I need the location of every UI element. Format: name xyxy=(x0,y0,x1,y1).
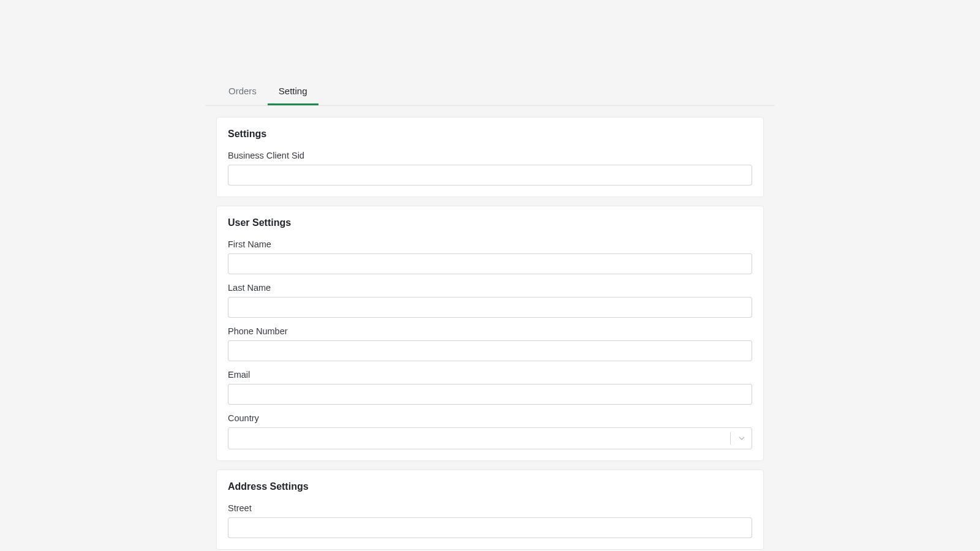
first-name-label: First Name xyxy=(228,239,752,249)
business-client-sid-input[interactable] xyxy=(228,165,752,186)
chevron-down-icon xyxy=(732,433,752,443)
street-label: Street xyxy=(228,503,752,513)
business-client-sid-label: Business Client Sid xyxy=(228,151,752,160)
tab-setting[interactable]: Setting xyxy=(268,80,318,105)
phone-number-label: Phone Number xyxy=(228,326,752,336)
settings-card: Settings Business Client Sid xyxy=(216,117,764,197)
email-label: Email xyxy=(228,370,752,380)
user-settings-card: User Settings First Name Last Name Phone… xyxy=(216,206,764,461)
address-settings-title: Address Settings xyxy=(228,481,752,492)
last-name-input[interactable] xyxy=(228,297,752,318)
street-input[interactable] xyxy=(228,517,752,538)
tabs-bar: Orders Setting xyxy=(205,80,775,106)
last-name-group: Last Name xyxy=(228,283,752,318)
business-client-sid-group: Business Client Sid xyxy=(228,151,752,186)
email-input[interactable] xyxy=(228,384,752,405)
country-group: Country xyxy=(228,413,752,449)
country-select-value xyxy=(228,432,730,444)
email-group: Email xyxy=(228,370,752,405)
phone-number-input[interactable] xyxy=(228,340,752,361)
address-settings-card: Address Settings Street xyxy=(216,470,764,550)
last-name-label: Last Name xyxy=(228,283,752,293)
settings-title: Settings xyxy=(228,129,752,140)
first-name-input[interactable] xyxy=(228,253,752,274)
tabs: Orders Setting xyxy=(217,80,775,105)
user-settings-title: User Settings xyxy=(228,217,752,228)
phone-number-group: Phone Number xyxy=(228,326,752,361)
tab-orders[interactable]: Orders xyxy=(217,80,268,105)
country-select[interactable] xyxy=(228,427,752,449)
first-name-group: First Name xyxy=(228,239,752,274)
country-label: Country xyxy=(228,413,752,423)
main-container: Orders Setting Settings Business Client … xyxy=(205,0,775,550)
select-divider xyxy=(730,432,731,444)
street-group: Street xyxy=(228,503,752,538)
